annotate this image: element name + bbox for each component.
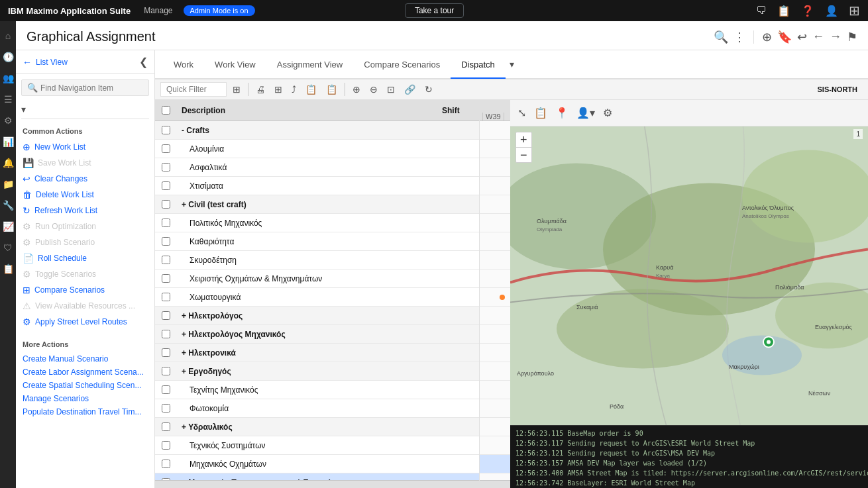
undo-icon[interactable]: ↩ [797,30,807,44]
user-icon[interactable]: 👤 [825,5,838,17]
row-check [155,163,176,171]
row-checkbox[interactable] [162,460,170,468]
tab-assignment-view[interactable]: Assignment View [266,52,353,79]
forward-icon[interactable]: → [830,30,841,44]
gantt-horizontal-scrollbar[interactable] [155,480,479,488]
tab-dispatch[interactable]: Dispatch [451,52,506,79]
map-container[interactable]: Ολυμπιάδα Olympiada Καρυά Karya Αντολικό… [510,126,868,425]
copy-button[interactable]: 📋 [302,82,320,97]
nav-icon7[interactable]: 📈 [3,217,14,236]
delete-work-list-action[interactable]: 🗑 Delete Work List [23,187,148,203]
common-actions: Common Actions ⊕ New Work List 💾 Save Wo… [16,122,154,335]
row-checkbox[interactable] [162,256,170,264]
nav-icon2[interactable]: ⚙ [4,111,13,130]
nav-dropdown-arrow[interactable]: ▾ [21,104,26,115]
row-checkbox[interactable] [162,422,170,431]
row-checkbox[interactable] [162,144,170,153]
grid-button[interactable]: ⊞ [271,82,286,97]
refresh-work-list-action[interactable]: ↻ Refresh Work List [23,203,148,219]
grid-icon[interactable]: ⊞ [849,3,860,19]
row-checkbox[interactable] [162,274,170,283]
timeline-horizontal-scrollbar[interactable] [480,480,510,488]
table-row: + Ηλεκτρολόγος [155,307,479,325]
create-labor-assignment-link[interactable]: Create Labor Assignment Scena... [23,366,148,379]
clipboard-icon[interactable]: 📋 [777,5,790,17]
nav-icon9[interactable]: 📋 [3,260,14,278]
collapse-button[interactable]: ❮ [139,56,148,68]
create-spatial-scheduling-link[interactable]: Create Spatial Scheduling Scen... [23,379,148,392]
search-input[interactable] [40,83,143,93]
nav-icon5[interactable]: 📁 [3,175,14,193]
fit-button[interactable]: ⊡ [384,82,398,97]
row-checkbox[interactable] [162,237,170,246]
row-checkbox[interactable] [162,181,170,190]
map-layers-button[interactable]: 👤▾ [574,105,597,121]
nav-icon1[interactable]: ☰ [4,90,13,109]
clear-changes-action[interactable]: ↩ Clear Changes [23,171,148,187]
row-checkbox[interactable] [162,404,170,413]
export-button[interactable]: ⤴ [288,82,299,97]
tab-work[interactable]: Work [163,52,204,79]
nav-icon3[interactable]: 📊 [3,132,14,151]
message-icon[interactable]: 🗨 [756,5,767,17]
row-checkbox[interactable] [162,367,170,375]
header-divider [753,30,754,44]
roll-schedule-action[interactable]: 📄 Roll Schedule [23,250,148,266]
link-button[interactable]: 🔗 [401,82,419,97]
quick-filter-input[interactable] [160,82,227,97]
recent-icon[interactable]: 🕐 [3,48,14,66]
row-checkbox[interactable] [162,293,170,301]
row-checkbox[interactable] [162,330,170,338]
populate-destination-link[interactable]: Populate Destination Travel Tim... [23,405,148,418]
zoom-in-button[interactable]: ⊕ [349,82,364,97]
search-box[interactable]: 🔍 [21,79,149,96]
home-icon[interactable]: ⌂ [5,26,11,45]
tab-compare-scenarios[interactable]: Compare Scenarios [353,52,451,79]
manage-label[interactable]: Manage [144,6,172,15]
tab-work-view[interactable]: Work View [204,52,266,79]
row-checkbox[interactable] [162,163,170,171]
map-location-button[interactable]: 📍 [553,105,570,121]
map-settings-button[interactable]: ⚙ [601,105,614,121]
help-icon[interactable]: ❓ [801,5,814,17]
filter-button[interactable]: ⊞ [229,82,244,97]
nav-icon6[interactable]: 🔧 [3,196,14,215]
list-item [480,232,510,251]
row-checkbox[interactable] [162,200,170,209]
back-arrow-icon[interactable]: ← [23,57,32,68]
manage-scenarios-link[interactable]: Manage Scenarios [23,392,148,405]
back-icon[interactable]: ← [812,30,824,44]
gantt-header-row: Description Shift [155,100,479,121]
tab-overflow-button[interactable]: ▾ [506,56,518,72]
users-icon[interactable]: 👥 [3,69,14,87]
paste-button[interactable]: 📋 [323,82,341,97]
row-checkbox[interactable] [162,126,170,134]
overflow-icon[interactable]: ⋮ [733,30,745,44]
map-expand-button[interactable]: ⤡ [515,105,528,121]
row-checkbox[interactable] [162,219,170,227]
nav-icon8[interactable]: 🛡 [3,238,13,257]
add-icon[interactable]: ⊕ [762,30,772,44]
create-manual-scenario-link[interactable]: Create Manual Scenario [23,352,148,366]
bookmark-icon[interactable]: 🔖 [777,30,792,44]
row-checkbox[interactable] [162,441,170,450]
new-work-list-action[interactable]: ⊕ New Work List [23,139,148,155]
zoom-out-button[interactable]: ⊖ [366,82,381,97]
flag-icon[interactable]: ⚑ [847,30,857,44]
apply-routes-action[interactable]: ⚙ Apply Street Level Routes [23,314,148,330]
search-icon[interactable]: 🔍 [714,30,728,44]
nav-icon4[interactable]: 🔔 [3,154,14,172]
row-checkbox[interactable] [162,311,170,320]
map-zoom-out-button[interactable]: − [516,147,531,162]
refresh-button[interactable]: ↻ [421,82,436,97]
map-zoom-in-button[interactable]: + [516,132,531,147]
list-view-link[interactable]: List View [36,58,68,67]
take-tour-button[interactable]: Take a tour [405,3,464,18]
gantt-select-all[interactable] [162,106,170,115]
table-row: Σκυροδέτηση [155,251,479,269]
row-checkbox[interactable] [162,348,170,357]
map-copy-button[interactable]: 📋 [532,105,549,121]
row-checkbox[interactable] [162,385,170,394]
compare-scenarios-action[interactable]: ⊞ Compare Scenarios [23,282,148,298]
print-button[interactable]: 🖨 [252,82,268,97]
